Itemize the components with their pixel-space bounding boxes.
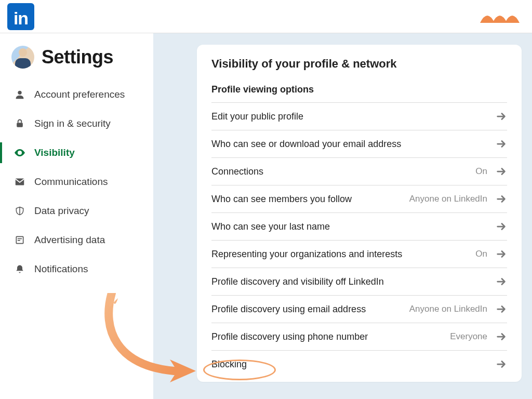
settings-row-label: Profile discovery using email address (211, 304, 366, 315)
sidebar-item-signin-security[interactable]: Sign in & security (0, 109, 153, 138)
arrow-right-icon (496, 111, 507, 122)
arrow-right-icon (496, 303, 507, 315)
top-bar: in (0, 0, 532, 33)
layout: Settings Account preferences Sign in & s… (0, 33, 532, 399)
settings-row-right (496, 111, 507, 122)
sidebar-item-visibility[interactable]: Visibility (0, 138, 153, 167)
arrow-right-icon (496, 331, 507, 342)
settings-row[interactable]: Blocking (211, 350, 507, 378)
eye-icon (14, 147, 26, 159)
settings-row[interactable]: Profile discovery using phone numberEver… (211, 323, 507, 350)
sidebar-item-label: Data privacy (34, 205, 89, 217)
settings-row-label: Who can see your last name (211, 221, 330, 232)
doc-icon (14, 234, 26, 246)
page-title: Settings (42, 46, 113, 68)
sidebar-item-notifications[interactable]: Notifications (0, 255, 153, 284)
settings-row-label: Who can see members you follow (211, 194, 352, 205)
settings-row-value: Anyone on LinkedIn (409, 194, 487, 204)
bell-icon (14, 263, 26, 275)
settings-row-value: On (475, 166, 487, 177)
arrow-right-icon (496, 221, 507, 232)
sidebar-item-label: Communications (34, 176, 108, 188)
settings-row-label: Representing your organizations and inte… (211, 249, 402, 260)
settings-row-label: Who can see or download your email addre… (211, 139, 401, 150)
settings-row-right (496, 138, 507, 150)
main: Visibility of your profile & network Pro… (153, 33, 532, 399)
settings-row-label: Blocking (211, 359, 247, 370)
svg-point-2 (19, 152, 21, 154)
sidebar-item-account-preferences[interactable]: Account preferences (0, 80, 153, 109)
settings-row-label: Edit your public profile (211, 111, 303, 122)
panel-section-heading: Profile viewing options (211, 84, 507, 102)
settings-row-right: Anyone on LinkedIn (409, 193, 507, 205)
settings-row[interactable]: ConnectionsOn (211, 157, 507, 185)
settings-row-value: Anyone on LinkedIn (409, 304, 487, 314)
sidebar-item-data-privacy[interactable]: Data privacy (0, 196, 153, 225)
settings-row-right: On (475, 248, 507, 260)
brand-mark-icon (478, 7, 525, 26)
svg-rect-1 (17, 123, 23, 127)
mail-icon (14, 176, 26, 188)
settings-row[interactable]: Representing your organizations and inte… (211, 240, 507, 268)
sidebar-item-label: Notifications (34, 263, 88, 275)
person-icon (14, 88, 26, 101)
sidebar-header: Settings (0, 43, 153, 80)
sidebar-item-communications[interactable]: Communications (0, 167, 153, 196)
sidebar-item-label: Account preferences (34, 89, 125, 100)
settings-row-right (496, 221, 507, 232)
settings-row-right (496, 358, 507, 370)
settings-row[interactable]: Profile discovery using email addressAny… (211, 295, 507, 323)
shield-icon (14, 205, 26, 217)
settings-row-label: Profile discovery using phone number (211, 331, 368, 342)
avatar[interactable] (11, 46, 34, 69)
sidebar-item-advertising-data[interactable]: Advertising data (0, 225, 153, 255)
arrow-right-icon (496, 138, 507, 150)
settings-row[interactable]: Who can see your last name (211, 212, 507, 240)
settings-row[interactable]: Edit your public profile (211, 102, 507, 130)
settings-row-right: Anyone on LinkedIn (409, 303, 507, 315)
svg-point-0 (18, 91, 21, 95)
settings-row[interactable]: Who can see or download your email addre… (211, 130, 507, 157)
arrow-right-icon (496, 193, 507, 205)
settings-row-right: Everyone (450, 331, 507, 342)
sidebar-item-label: Visibility (34, 147, 75, 158)
sidebar-item-label: Sign in & security (34, 118, 111, 129)
settings-row[interactable]: Who can see members you followAnyone on … (211, 185, 507, 212)
arrow-right-icon (496, 248, 507, 260)
arrow-right-icon (496, 166, 507, 177)
panel-title: Visibility of your profile & network (211, 57, 507, 71)
arrow-right-icon (496, 358, 507, 370)
linkedin-logo[interactable]: in (7, 3, 34, 30)
settings-row-label: Connections (211, 166, 263, 177)
svg-marker-17 (170, 360, 196, 382)
settings-rows: Edit your public profileWho can see or d… (211, 102, 507, 378)
sidebar-nav: Account preferences Sign in & security V… (0, 80, 153, 284)
settings-row-value: On (475, 249, 487, 259)
settings-row-right (496, 276, 507, 287)
settings-row-label: Profile discovery and visibility off Lin… (211, 276, 384, 287)
settings-panel: Visibility of your profile & network Pro… (197, 45, 522, 382)
settings-row-right: On (475, 166, 507, 177)
settings-row[interactable]: Profile discovery and visibility off Lin… (211, 268, 507, 295)
settings-row-value: Everyone (450, 331, 487, 342)
sidebar-item-label: Advertising data (34, 234, 105, 246)
lock-icon (14, 117, 26, 130)
arrow-right-icon (496, 276, 507, 287)
sidebar: Settings Account preferences Sign in & s… (0, 33, 153, 399)
